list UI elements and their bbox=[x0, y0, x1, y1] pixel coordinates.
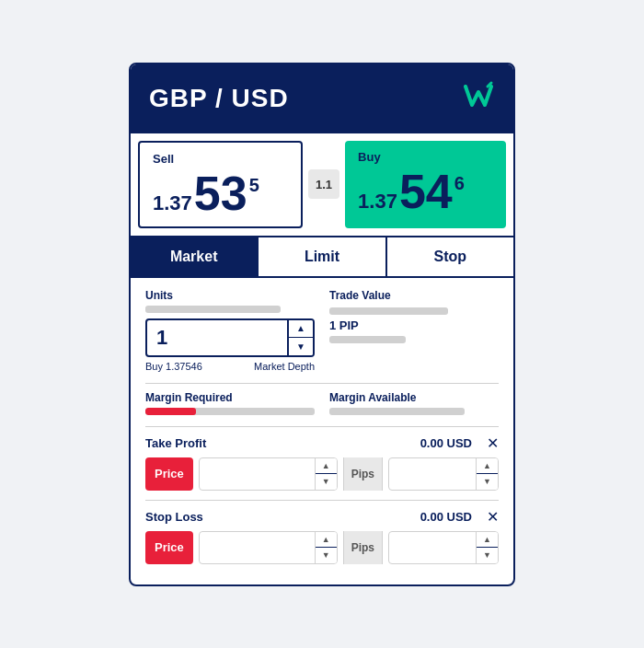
stop-loss-value: 0.00 USD bbox=[420, 510, 472, 524]
pair-title: GBP / USD bbox=[149, 84, 289, 113]
sell-price-small: 1.37 bbox=[153, 191, 192, 215]
sell-price: 1.37 53 5 bbox=[153, 169, 288, 217]
tabs: Market Limit Stop bbox=[131, 237, 513, 278]
header: GBP / USD bbox=[131, 64, 513, 133]
stop-loss-pips-divider: Pips bbox=[343, 531, 383, 564]
stop-loss-price-up[interactable]: ▲ bbox=[316, 532, 337, 549]
stop-loss-pips-input[interactable]: ▲ ▼ bbox=[388, 531, 499, 564]
spread-value: 1.1 bbox=[316, 178, 332, 191]
sell-label: Sell bbox=[153, 152, 288, 166]
stop-loss-close-icon[interactable]: ✕ bbox=[487, 508, 499, 526]
tab-market[interactable]: Market bbox=[131, 237, 259, 276]
take-profit-label: Take Profit bbox=[145, 436, 206, 450]
stop-loss-price-input[interactable]: ▲ ▼ bbox=[199, 531, 338, 564]
units-market-depth[interactable]: Market Depth bbox=[254, 361, 315, 372]
margin-row: Margin Required Margin Available bbox=[145, 391, 499, 415]
margin-available-label: Margin Available bbox=[329, 391, 499, 404]
units-input-wrapper[interactable]: 1 ▲ ▼ bbox=[145, 318, 315, 357]
divider-3 bbox=[145, 500, 499, 501]
spread-box: 1.1 bbox=[308, 169, 339, 199]
stop-loss-header: Stop Loss 0.00 USD ✕ bbox=[145, 508, 499, 526]
units-sub: Buy 1.37546 Market Depth bbox=[145, 361, 315, 372]
price-row: Sell 1.37 53 5 1.1 Buy 1.37 54 6 bbox=[131, 133, 513, 237]
stop-loss-pips-up[interactable]: ▲ bbox=[477, 532, 498, 549]
buy-box[interactable]: Buy 1.37 54 6 bbox=[345, 141, 506, 228]
take-profit-header: Take Profit 0.00 USD ✕ bbox=[145, 434, 499, 452]
stop-loss-inputs: Price ▲ ▼ Pips ▲ ▼ bbox=[145, 531, 499, 564]
trade-value-label: Trade Value bbox=[329, 289, 499, 302]
buy-label: Buy bbox=[358, 150, 493, 164]
take-profit-inputs: Price ▲ ▼ Pips ▲ ▼ bbox=[145, 457, 499, 491]
stop-loss-price-spinner[interactable]: ▲ ▼ bbox=[315, 532, 337, 563]
tab-limit[interactable]: Limit bbox=[259, 237, 386, 276]
sell-price-large: 53 bbox=[194, 169, 247, 217]
units-buy-price: Buy 1.37546 bbox=[145, 361, 202, 372]
take-profit-price-down[interactable]: ▼ bbox=[316, 474, 337, 490]
brand-logo bbox=[462, 79, 495, 119]
pip-label: 1 PIP bbox=[329, 318, 499, 332]
margin-available-col: Margin Available bbox=[329, 391, 499, 415]
take-profit-pips-label: Pips bbox=[351, 468, 374, 480]
trading-card: GBP / USD Sell 1.37 53 5 1.1 Buy 1.37 bbox=[129, 63, 515, 586]
buy-price: 1.37 54 6 bbox=[358, 168, 493, 215]
take-profit-pips-spinner[interactable]: ▲ ▼ bbox=[476, 458, 498, 490]
take-profit-pips-down[interactable]: ▼ bbox=[477, 474, 498, 490]
stop-loss-pips-label: Pips bbox=[351, 541, 374, 554]
units-placeholder-bar bbox=[145, 306, 281, 313]
margin-available-bar bbox=[329, 408, 465, 415]
sell-price-super: 5 bbox=[249, 175, 259, 196]
take-profit-pips-up[interactable]: ▲ bbox=[477, 458, 498, 475]
stop-loss-price-label: Price bbox=[155, 540, 184, 554]
sell-box[interactable]: Sell 1.37 53 5 bbox=[138, 141, 303, 228]
pip-placeholder-bar bbox=[329, 336, 406, 343]
units-trade-row: Units 1 ▲ ▼ Buy 1.37546 Market Depth Tra… bbox=[145, 289, 499, 372]
stop-loss-price-btn[interactable]: Price bbox=[145, 531, 193, 564]
stop-loss-label: Stop Loss bbox=[145, 510, 203, 524]
stop-loss-pips-spinner[interactable]: ▲ ▼ bbox=[476, 532, 498, 563]
margin-bar bbox=[145, 408, 315, 415]
buy-price-super: 6 bbox=[454, 173, 465, 194]
take-profit-value: 0.00 USD bbox=[420, 436, 472, 450]
units-spinner[interactable]: ▲ ▼ bbox=[287, 320, 313, 355]
take-profit-price-btn[interactable]: Price bbox=[145, 457, 193, 491]
take-profit-price-up[interactable]: ▲ bbox=[316, 458, 337, 475]
buy-price-large: 54 bbox=[399, 168, 453, 215]
divider-1 bbox=[145, 383, 499, 384]
trade-value-bar bbox=[329, 307, 448, 315]
take-profit-price-label: Price bbox=[155, 467, 184, 480]
units-label: Units bbox=[145, 289, 315, 302]
margin-required-label: Margin Required bbox=[145, 391, 315, 404]
tab-stop[interactable]: Stop bbox=[387, 237, 513, 276]
stop-loss-price-down[interactable]: ▼ bbox=[316, 548, 337, 563]
take-profit-price-spinner[interactable]: ▲ ▼ bbox=[315, 458, 337, 490]
margin-required-col: Margin Required bbox=[145, 391, 315, 415]
trade-value-col: Trade Value 1 PIP bbox=[329, 289, 499, 372]
take-profit-pips-input[interactable]: ▲ ▼ bbox=[388, 457, 499, 491]
buy-price-small: 1.37 bbox=[358, 190, 397, 214]
units-value: 1 bbox=[147, 326, 287, 350]
form-section: Units 1 ▲ ▼ Buy 1.37546 Market Depth Tra… bbox=[131, 278, 513, 584]
units-col: Units 1 ▲ ▼ Buy 1.37546 Market Depth bbox=[145, 289, 315, 372]
take-profit-price-input[interactable]: ▲ ▼ bbox=[199, 457, 338, 491]
margin-bar-fill bbox=[145, 408, 196, 415]
stop-loss-pips-down[interactable]: ▼ bbox=[477, 548, 498, 563]
take-profit-close-icon[interactable]: ✕ bbox=[487, 434, 499, 452]
divider-2 bbox=[145, 426, 499, 427]
units-increment[interactable]: ▲ bbox=[289, 320, 313, 339]
units-decrement[interactable]: ▼ bbox=[289, 338, 313, 355]
take-profit-pips-divider: Pips bbox=[343, 457, 383, 491]
